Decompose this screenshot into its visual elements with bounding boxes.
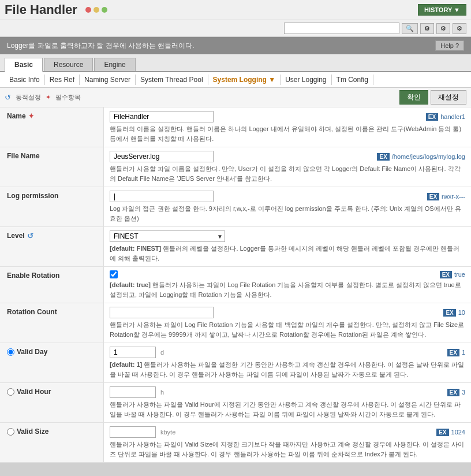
- config-button-2[interactable]: ⚙: [436, 23, 450, 34]
- enablerotation-ex-value: true: [454, 271, 465, 278]
- field-rotationcount-label: Rotation Count: [0, 303, 104, 343]
- field-filename-value: EX /home/jeus/logs/mylog.log 핸들러가 사용할 파일…: [104, 147, 471, 187]
- validsize-input-row: kbyte: [110, 426, 175, 438]
- validday-radio[interactable]: [7, 348, 14, 356]
- header-left: File Handler: [5, 2, 107, 17]
- desc-text: Logger를 파일로 출력하고자 할 경우에 사용하는 핸들러이다.: [7, 41, 195, 51]
- header: File Handler HISTORY ▼: [0, 0, 471, 20]
- field-validday-value: d EX 1 [default: 1] 핸들러가 사용하는 파일을 설정한 기간…: [104, 343, 471, 382]
- name-input[interactable]: [110, 111, 214, 122]
- validday-input[interactable]: [110, 347, 156, 358]
- required-label: 필수항목: [55, 93, 81, 102]
- validhour-desc: 핸들러가 사용하는 파일을 Valid Hour에 지정된 기간 동안만 사용하…: [110, 400, 465, 419]
- level-select[interactable]: FINEST FINER FINE CONFIG INFO WARNING SE…: [110, 230, 225, 242]
- filename-ex-badge: EX: [377, 153, 389, 161]
- field-filename-label: File Name: [0, 147, 104, 187]
- enablerotation-ex-badge: EX: [440, 271, 452, 278]
- status-dots: [85, 7, 107, 13]
- dot-green: [102, 7, 107, 13]
- subtab-system-logging[interactable]: System Logging ▼: [208, 75, 281, 85]
- field-level-row: Level ↺ FINEST FINER FINE CONFIG INFO WA…: [0, 227, 471, 267]
- tab-engine[interactable]: Engine: [94, 58, 135, 71]
- toolbar-left: ↺ 동적설정 ✦ 필수항목: [5, 93, 81, 102]
- logperm-ex-value: rwxr-x---: [442, 193, 465, 200]
- search-button[interactable]: 🔍: [402, 23, 418, 34]
- level-refresh-icon: ↺: [27, 232, 33, 240]
- content-area: Name ✦ EX handler1 핸들러의 이름을 설정한다. 핸들러 이름…: [0, 107, 471, 463]
- toolbar: ↺ 동적설정 ✦ 필수항목 확인 재설정: [0, 88, 471, 107]
- confirm-button[interactable]: 확인: [399, 90, 428, 105]
- tab-basic[interactable]: Basic: [5, 58, 43, 72]
- subtab-naming-server[interactable]: Naming Server: [80, 75, 136, 85]
- config-button-1[interactable]: ⚙: [420, 23, 434, 34]
- field-validsize-row: Valid Size kbyte EX 1024 핸들러가 사용하는 파일이 V…: [0, 423, 471, 463]
- tab-resource[interactable]: Resource: [44, 58, 93, 71]
- subtab-res-ref[interactable]: Res Ref: [45, 75, 80, 85]
- filename-input[interactable]: [110, 151, 214, 162]
- desc-bar: Logger를 파일로 출력하고자 할 경우에 사용하는 핸들러이다. Help…: [0, 37, 471, 54]
- name-ex-badge: EX: [426, 113, 438, 121]
- validsize-ex-badge: EX: [436, 429, 448, 436]
- field-filename-row: File Name EX /home/jeus/logs/mylog.log 핸…: [0, 147, 471, 187]
- field-validsize-label: Valid Size: [0, 423, 104, 462]
- validhour-input[interactable]: [110, 386, 156, 398]
- validday-desc-bold: [default: 1]: [110, 361, 142, 368]
- header-title: File Handler: [5, 2, 77, 17]
- rotationcount-ex-badge: EX: [443, 309, 455, 317]
- validday-desc: [default: 1] 핸들러가 사용하는 파일을 설정한 기간 동안만 사용…: [110, 360, 465, 379]
- logperm-ex-badge: EX: [427, 193, 439, 200]
- level-desc: [default: FINEST] 핸들러의 레벨을 설정한다. Logger를…: [110, 244, 465, 263]
- validsize-radio-label: Valid Size: [7, 427, 48, 436]
- rotationcount-ex-value: 10: [458, 309, 465, 316]
- sub-tabs: Basic Info Res Ref Naming Server System …: [0, 72, 471, 88]
- field-enablerotation-row: Enable Rotation EX true [default: true] …: [0, 267, 471, 303]
- config-button-3[interactable]: ⚙: [453, 23, 466, 34]
- validhour-input-row: h: [110, 386, 164, 398]
- level-desc-text: 핸들러의 레벨을 설정한다. Logger를 통과한 메시지의 레벨이 해당 핸…: [110, 245, 459, 262]
- reset-button[interactable]: 재설정: [431, 90, 466, 105]
- level-select-wrapper: FINEST FINER FINE CONFIG INFO WARNING SE…: [110, 230, 225, 242]
- field-level-value: FINEST FINER FINE CONFIG INFO WARNING SE…: [104, 227, 471, 266]
- subtab-basic-info[interactable]: Basic Info: [5, 75, 45, 85]
- validhour-radio[interactable]: [7, 388, 14, 396]
- validday-ex-value: 1: [462, 349, 465, 356]
- field-validday-row: Valid Day d EX 1 [default: 1] 핸들러가 사용하는 …: [0, 343, 471, 383]
- validday-input-row: d: [110, 347, 164, 358]
- validday-unit: d: [160, 349, 164, 356]
- rotationcount-desc: 핸들러가 사용하는 파일이 Log File Rotation 기능을 사용할 …: [110, 320, 465, 339]
- enablerotation-desc-bold: [default: true]: [110, 281, 151, 288]
- validsize-radio[interactable]: [7, 428, 14, 436]
- filename-desc: 핸들러가 사용할 파일 이름을 설정한다. 만약, User가 이 설정을 하지…: [110, 164, 465, 183]
- name-desc: 핸들러의 이름을 설정한다. 핸들러 이름은 하나의 Logger 내에서 유일…: [110, 124, 465, 143]
- dot-yellow: [94, 7, 99, 13]
- validday-radio-label: Valid Day: [7, 348, 47, 356]
- search-input[interactable]: [284, 23, 399, 34]
- field-validhour-row: Valid Hour h EX 3 핸들러가 사용하는 파일을 Valid Ho…: [0, 383, 471, 423]
- enable-rotation-checkbox[interactable]: [110, 270, 118, 278]
- validhour-ex-badge: EX: [447, 389, 459, 396]
- toolbar-right: 확인 재설정: [399, 90, 466, 105]
- field-logperm-label: Log permission: [0, 187, 104, 226]
- level-desc-bold: [default: FINEST]: [110, 245, 161, 252]
- field-validday-label: Valid Day: [0, 343, 104, 382]
- enablerotation-desc: [default: true] 핸들러가 사용하는 파일이 Log File R…: [110, 280, 465, 299]
- field-rotationcount-row: Rotation Count EX 10 핸들러가 사용하는 파일이 Log F…: [0, 303, 471, 343]
- required-star-icon: ✦: [46, 94, 51, 101]
- field-rotationcount-value: EX 10 핸들러가 사용하는 파일이 Log File Rotation 기능…: [104, 303, 471, 343]
- subtab-system-thread-pool[interactable]: System Thread Pool: [136, 75, 208, 85]
- field-name-value: EX handler1 핸들러의 이름을 설정한다. 핸들러 이름은 하나의 L…: [104, 107, 471, 147]
- history-button[interactable]: HISTORY ▼: [418, 4, 466, 16]
- rotationcount-input[interactable]: [110, 307, 214, 318]
- field-validsize-value: kbyte EX 1024 핸들러가 사용하는 파일이 Valid Size에 …: [104, 423, 471, 462]
- help-button[interactable]: Help ?: [435, 40, 464, 51]
- search-bar: 🔍 ⚙ ⚙ ⚙: [0, 20, 471, 37]
- main-tabs: Basic Resource Engine: [0, 54, 471, 72]
- subtab-tm-config[interactable]: Tm Config: [332, 75, 373, 85]
- filename-ex-value: /home/jeus/logs/mylog.log: [392, 153, 465, 160]
- field-enablerotation-label: Enable Rotation: [0, 267, 104, 303]
- validday-ex-badge: EX: [447, 349, 459, 356]
- validsize-unit: kbyte: [160, 429, 175, 436]
- subtab-user-logging[interactable]: User Logging: [281, 75, 331, 85]
- validsize-input[interactable]: [110, 426, 156, 438]
- logperm-input[interactable]: [110, 191, 214, 202]
